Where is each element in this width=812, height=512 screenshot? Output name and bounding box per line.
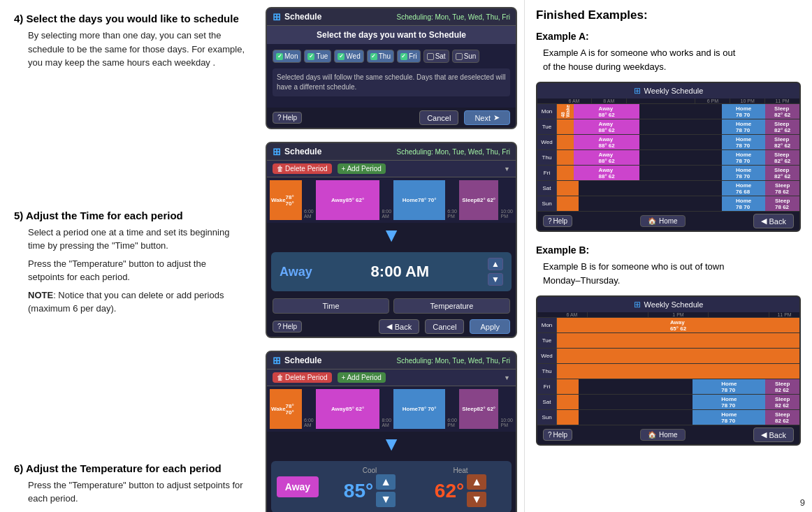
screen1-next-button[interactable]: Next ➤ (464, 110, 510, 125)
screen3-home-block[interactable]: Home78° 70° (393, 389, 445, 429)
time-control-button[interactable]: Time (273, 298, 389, 314)
question-icon: ? (277, 114, 282, 122)
chart-b-row-thu: Thu (537, 364, 799, 379)
screen3-delete-period-button[interactable]: 🗑 Delete Period (273, 372, 332, 383)
screen2-header: ⊞ Schedule Scheduling: Mon, Tue, Wed, Th… (267, 143, 516, 161)
screen2-apply-button[interactable]: Apply (470, 319, 510, 334)
back-arrow-icon: ◀ (386, 322, 392, 331)
chart-a-row-fri: Fri Away88° 62 Home78 70 Sleep82° 62 (537, 166, 799, 181)
chart-b-row-tue: Tue (537, 333, 799, 349)
chart-b-home-button[interactable]: 🏠 Home (640, 429, 686, 441)
day-fri[interactable]: ✓ Fri (397, 50, 421, 63)
screen1-cancel-button[interactable]: Cancel (419, 110, 458, 125)
mon-checkmark: ✓ (276, 53, 283, 60)
away-label-display: Away (277, 476, 319, 497)
sleep-period-block[interactable]: Sleep82° 62° (459, 180, 499, 220)
time-up-button[interactable]: ▲ (488, 258, 503, 270)
chart-b-row-sat: Sat Home78 70 Sleep82 62 (537, 395, 799, 410)
heat-value: 62° (435, 480, 464, 502)
screen3-header-left: ⊞ Schedule (273, 355, 321, 366)
down-arrow-indicator: ▼ (267, 223, 516, 248)
heat-down-button[interactable]: ▼ (467, 492, 486, 507)
screen3-away-block[interactable]: Away85° 62° (316, 389, 380, 429)
time-down-button[interactable]: ▼ (488, 273, 503, 286)
finished-examples-heading: Finished Examples: (536, 8, 801, 22)
trash-icon: 🗑 (277, 374, 284, 381)
question-icon: ? (277, 323, 282, 330)
screen1-footer-buttons: Cancel Next ➤ (419, 110, 510, 125)
chart-b-row-mon: Mon Away65° 62 (537, 318, 799, 333)
section-5: 5) Adjust the Time for each period Selec… (14, 210, 245, 316)
section-6-title: 6) Adjust the Temperature for each perio… (14, 462, 245, 474)
chart-b-time-header: 6 AM 1 PM 11 PM (537, 312, 799, 318)
chart-a-header: ⊞ Weekly Schedule (537, 83, 799, 98)
middle-column: ⊞ Schedule Scheduling: Mon, Tue, Wed, Th… (259, 0, 524, 512)
screen1-help-button[interactable]: ? Help (273, 112, 302, 124)
section-4-title: 4) Select the days you would like to sch… (14, 13, 245, 24)
screen1-body: ✓ Mon ✓ Tue ✓ Wed ✓ Thu ✓ Fri (267, 44, 516, 108)
day-buttons-row: ✓ Mon ✓ Tue ✓ Wed ✓ Thu ✓ Fri (273, 50, 510, 63)
example-b-label: Example B: (536, 244, 801, 256)
temp-display-row: Away Cool 85° ▲ ▼ (277, 467, 506, 507)
away-period-block[interactable]: Away85° 62° (316, 180, 380, 220)
chart-a-back-button[interactable]: ◀ Back (753, 214, 794, 228)
chart-b-header: ⊞ Weekly Schedule (537, 297, 799, 312)
chart-a-row-tue: Tue Away88° 62 Home78 70 Sleep82° 62 (537, 119, 799, 135)
screen3-sleep-block[interactable]: Sleep82° 62° (459, 389, 499, 429)
temp-controls: Cool 85° ▲ ▼ Heat (324, 467, 506, 507)
day-mon[interactable]: ✓ Mon (273, 50, 301, 63)
chart-a-home-button[interactable]: 🏠 Home (640, 215, 686, 227)
question-icon: ? (548, 431, 552, 439)
add-period-button[interactable]: + Add Period (338, 163, 386, 174)
screen1-header-left: ⊞ Schedule (273, 11, 321, 22)
screen2-back-button[interactable]: ◀ Back (379, 319, 419, 334)
thu-checkmark: ✓ (370, 53, 377, 60)
temperature-control-button[interactable]: Temperature (393, 298, 510, 314)
screen2-cancel-button[interactable]: Cancel (425, 319, 464, 334)
screen3-period-bar: 🗑 Delete Period + Add Period ▼ (267, 370, 516, 386)
day-wed[interactable]: ✓ Wed (334, 50, 363, 63)
screen3-periods-row: Wake78° 70° 6:00AM Away85° 62° 8:00AM Ho… (267, 386, 516, 432)
chart-b-footer: ? Help 🏠 Home ◀ Back (537, 425, 799, 444)
example-a-weekly-chart: ⊞ Weekly Schedule 6 AM 8 AM 6 PM 10 PM 1… (536, 82, 801, 232)
day-tue[interactable]: ✓ Tue (304, 50, 331, 63)
heat-arrows: ▲ ▼ (467, 474, 486, 507)
cool-down-button[interactable]: ▼ (376, 492, 396, 507)
screen1-header: ⊞ Schedule Scheduling: Mon, Tue, Wed, Th… (267, 8, 516, 26)
screen1-footer: ? Help Cancel Next ➤ (267, 108, 516, 128)
day-sun[interactable]: Sun (452, 50, 480, 63)
day-thu[interactable]: ✓ Thu (367, 50, 394, 63)
wake-period-block[interactable]: Wake78° 70° (270, 180, 302, 220)
back-arrow-icon: ◀ (761, 217, 767, 226)
heat-up-button[interactable]: ▲ (467, 474, 486, 490)
delete-period-button[interactable]: 🗑 Delete Period (273, 163, 332, 174)
day-sat[interactable]: Sat (423, 50, 449, 63)
screen3-scheduling-label: Scheduling: Mon, Tue, Wed, Thu, Fri (397, 357, 511, 365)
example-b-weekly-chart: ⊞ Weekly Schedule 6 AM 1 PM 11 PM Mon Aw… (536, 295, 801, 446)
chart-a-row-wed: Wed Away88° 62 Home78 70 Sleep82° 62 (537, 135, 799, 150)
note-label: NOTE (28, 290, 53, 300)
cool-up-button[interactable]: ▲ (376, 474, 396, 490)
plus-icon: + (342, 165, 346, 173)
chart-icon: ⊞ (634, 86, 641, 96)
screen3-header: ⊞ Schedule Scheduling: Mon, Tue, Wed, Th… (267, 352, 516, 370)
chart-b-help-button[interactable]: ? Help (543, 429, 572, 441)
home-icon: 🏠 (648, 217, 656, 225)
chart-b-back-button[interactable]: ◀ Back (753, 427, 794, 442)
screen2-header-left: ⊞ Schedule (273, 146, 321, 157)
example-b-desc: Example B is for someone who is out of t… (543, 260, 801, 287)
example-a-desc: Example A is for someone who works and i… (543, 46, 801, 73)
screen3-wake-block[interactable]: Wake78° 70° (270, 389, 302, 429)
next-arrow-icon: ➤ (493, 113, 500, 122)
chart-a-help-button[interactable]: ? Help (543, 215, 572, 227)
plus-icon: + (342, 374, 346, 381)
section-6-body: Press the "Temperature" button to adjust… (28, 478, 245, 506)
screen-2-time-adjustment: ⊞ Schedule Scheduling: Mon, Tue, Wed, Th… (266, 142, 517, 338)
home-period-block[interactable]: Home78° 70° (393, 180, 445, 220)
cool-value: 85° (344, 480, 373, 502)
heat-group: Heat 62° ▲ ▼ (435, 467, 486, 507)
screen2-help-button[interactable]: ? Help (273, 321, 302, 332)
sun-uncheck (456, 53, 463, 60)
screen-3-temperature-adjustment: ⊞ Schedule Scheduling: Mon, Tue, Wed, Th… (266, 351, 517, 512)
screen3-add-period-button[interactable]: + Add Period (338, 372, 386, 383)
